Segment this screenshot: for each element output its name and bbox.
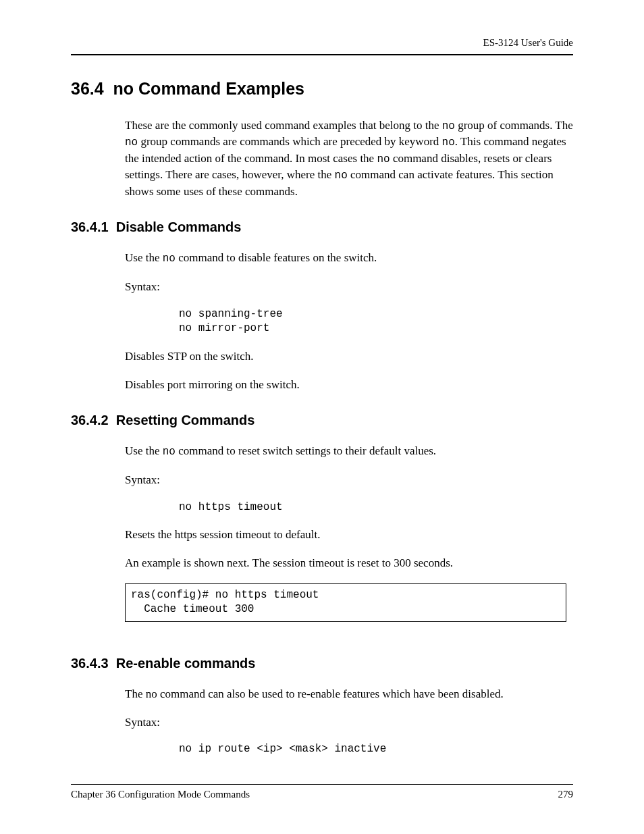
sub1-desc1: Disables STP on the switch. [125,348,573,365]
code-block-1: no spanning-tree no mirror-port [179,307,573,336]
intro-mono: no [377,153,390,165]
code-block-3: no ip route <ip> <mask> inactive [179,742,573,757]
subsection-heading-1: 36.4.1 Disable Commands [71,219,573,235]
sub1-desc2: Disables port mirroring on the switch. [125,377,573,393]
header-rule [71,54,573,55]
intro-mono: no [442,120,455,132]
subsection-number: 36.4.2 [71,413,109,427]
intro-text: These are the commonly used command exam… [125,119,442,132]
sub2-desc2: An example is shown next. The session ti… [125,555,573,571]
intro-text: Use the [125,251,163,264]
intro-mono: no [335,170,348,182]
intro-text: command to disable features on the switc… [176,251,377,264]
section-heading: 36.4 no Command Examples [71,79,573,99]
header-guide-title: ES-3124 User's Guide [71,37,573,49]
section-number: 36.4 [71,79,104,98]
footer-rule [71,784,573,785]
intro-text: command to reset switch settings to thei… [176,444,436,457]
subsection-heading-2: 36.4.2 Resetting Commands [71,413,573,428]
subsection-heading-3: 36.4.3 Re-enable commands [71,656,573,671]
subsection-title-text: Re-enable commands [116,656,256,671]
code-block-2: no https timeout [179,500,573,515]
intro-mono: no [442,136,455,149]
footer-chapter: Chapter 36 Configuration Mode Commands [71,789,250,800]
section-title-text: no Command Examples [113,79,304,98]
intro-text: group commands are commands which are pr… [138,135,441,148]
page-footer: Chapter 36 Configuration Mode Commands 2… [71,784,573,800]
intro-text: Use the [125,444,163,457]
sub2-desc1: Resets the https session timeout to defa… [125,527,573,543]
intro-text: group of commands. The [455,119,573,132]
footer-page-number: 279 [558,789,574,800]
sub3-desc1: The no command can also be used to re-en… [125,686,573,702]
sub1-intro: Use the no command to disable features o… [125,250,573,266]
subsection-title-text: Disable Commands [116,219,242,234]
sub2-intro: Use the no command to reset switch setti… [125,443,573,459]
subsection-title-text: Resetting Commands [116,413,255,427]
intro-mono: no [163,446,176,458]
syntax-label: Syntax: [125,472,573,488]
section-intro: These are the commonly used command exam… [125,118,573,199]
intro-mono: no [163,253,176,265]
intro-mono: no [125,136,138,149]
example-box: ras(config)# no https timeout Cache time… [125,583,566,622]
subsection-number: 36.4.3 [71,656,109,671]
subsection-number: 36.4.1 [71,219,109,234]
syntax-label: Syntax: [125,714,573,731]
syntax-label: Syntax: [125,279,573,295]
